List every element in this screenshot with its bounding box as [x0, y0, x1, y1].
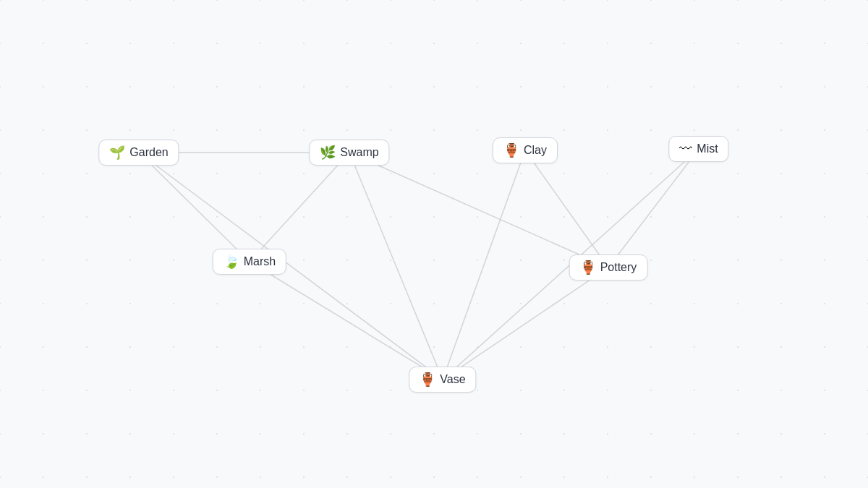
- svg-line-9: [443, 267, 608, 380]
- garden-icon: 🌱: [109, 146, 125, 159]
- swamp-icon: 🌿: [320, 146, 336, 159]
- node-marsh[interactable]: 🍃Marsh: [213, 249, 286, 275]
- pottery-label: Pottery: [600, 261, 637, 274]
- svg-line-0: [139, 153, 250, 262]
- node-clay[interactable]: 🏺Clay: [493, 137, 558, 163]
- marsh-icon: 🍃: [224, 255, 239, 268]
- node-pottery[interactable]: 🏺Pottery: [569, 254, 648, 281]
- svg-line-10: [349, 153, 608, 267]
- node-mist[interactable]: 〰Mist: [668, 136, 728, 162]
- graph-canvas: 🌱Garden🌿Swamp🏺Clay〰Mist🍃Marsh🏺Pottery🏺Va…: [0, 0, 868, 488]
- marsh-label: Marsh: [244, 255, 276, 268]
- garden-label: Garden: [129, 146, 168, 159]
- svg-line-3: [349, 153, 443, 380]
- node-garden[interactable]: 🌱Garden: [98, 140, 179, 166]
- node-swamp[interactable]: 🌿Swamp: [309, 140, 389, 166]
- svg-line-4: [525, 150, 608, 267]
- clay-icon: 🏺: [503, 144, 519, 157]
- svg-line-6: [608, 149, 699, 267]
- node-vase[interactable]: 🏺Vase: [409, 367, 476, 393]
- svg-line-5: [443, 150, 525, 380]
- connections-svg: [0, 0, 868, 488]
- svg-line-2: [250, 153, 349, 262]
- svg-line-1: [139, 153, 443, 380]
- vase-icon: 🏺: [420, 373, 435, 386]
- mist-label: Mist: [697, 142, 718, 155]
- mist-icon: 〰: [679, 142, 692, 155]
- pottery-icon: 🏺: [580, 261, 596, 274]
- swamp-label: Swamp: [340, 146, 378, 159]
- svg-line-8: [250, 262, 443, 380]
- vase-label: Vase: [440, 373, 465, 386]
- clay-label: Clay: [524, 144, 547, 157]
